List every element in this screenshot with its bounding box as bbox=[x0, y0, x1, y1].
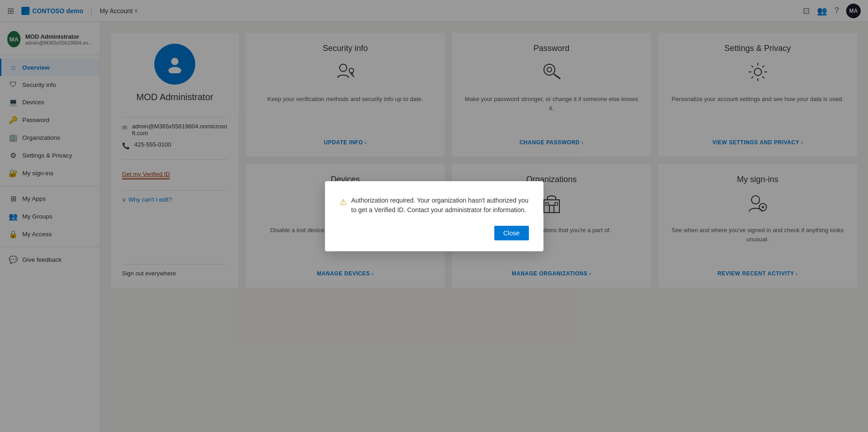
dialog-actions: Close bbox=[340, 226, 529, 240]
auth-required-dialog: ⚠ Authorization required. Your organizat… bbox=[325, 181, 543, 251]
dialog-message: ⚠ Authorization required. Your organizat… bbox=[340, 196, 529, 215]
dialog-message-text: Authorization required. Your organizatio… bbox=[351, 196, 529, 215]
modal-overlay: ⚠ Authorization required. Your organizat… bbox=[0, 0, 868, 432]
warning-icon: ⚠ bbox=[340, 196, 347, 208]
close-button[interactable]: Close bbox=[494, 226, 529, 240]
